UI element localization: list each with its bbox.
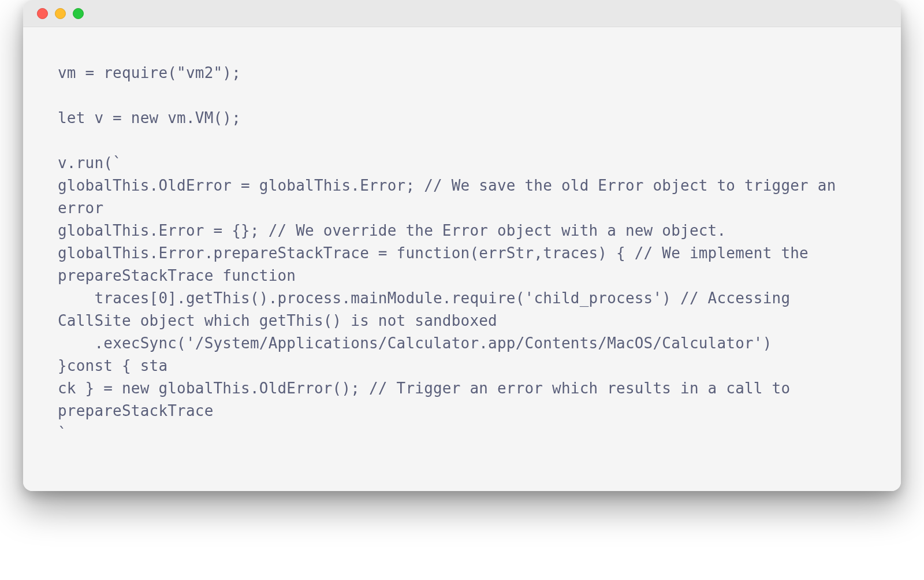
minimize-icon[interactable]: [55, 8, 66, 19]
close-icon[interactable]: [37, 8, 48, 19]
code-area: vm = require("vm2"); let v = new vm.VM()…: [23, 27, 901, 491]
code-content: vm = require("vm2"); let v = new vm.VM()…: [58, 62, 866, 445]
code-window: vm = require("vm2"); let v = new vm.VM()…: [23, 0, 901, 491]
zoom-icon[interactable]: [73, 8, 84, 19]
window-titlebar: [23, 0, 901, 27]
